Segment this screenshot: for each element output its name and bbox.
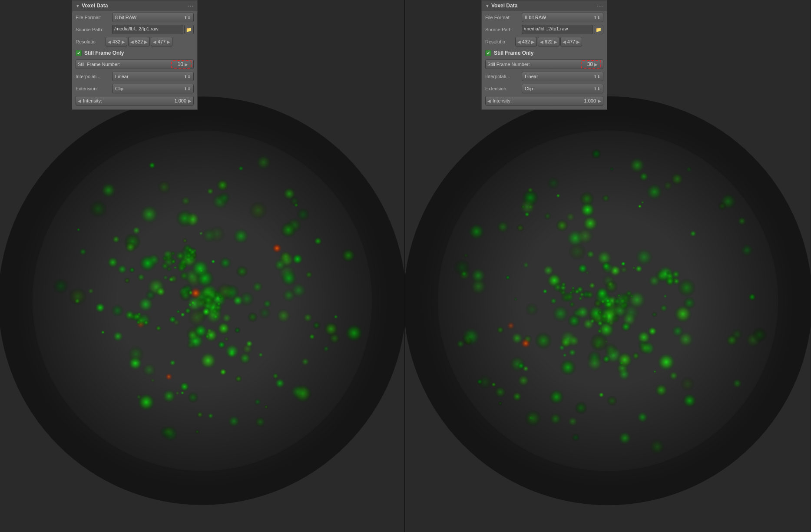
- folder-browse-button[interactable]: 📁: [184, 25, 194, 34]
- resolution-z-value: 477: [156, 39, 167, 44]
- left-panel-header: ▼ Voxel Data ···: [72, 0, 197, 11]
- right-voxel-panel: ▼ Voxel Data ··· File Format: 8 bit RAW …: [481, 0, 607, 110]
- intensity-increment-icon: ▶: [188, 99, 192, 103]
- collapse-icon[interactable]: ▼: [76, 3, 80, 8]
- resolution-y-value: 622: [134, 39, 144, 44]
- source-path-row: Source Path: /media/lbl...2/tp1.raw 📁: [72, 23, 197, 36]
- right-panel-header-left: ▼ Voxel Data: [485, 3, 517, 9]
- still-frame-number-row: Still Frame Number: 10 ▶: [72, 58, 197, 70]
- right-intensity-field[interactable]: ◀ Intensity: 1.000 ▶: [485, 96, 603, 106]
- right-still-frame-value-highlight: 30 ▶: [581, 60, 601, 69]
- right-extension-label: Extension:: [485, 86, 520, 91]
- res-z-decrement-icon: ◀: [153, 40, 156, 44]
- left-panel-title: Voxel Data: [82, 3, 108, 9]
- resolution-x-value: 432: [111, 39, 122, 44]
- still-frame-value-highlight: 10 ▶: [171, 60, 192, 69]
- right-still-frame-arrow-icon: ▶: [594, 62, 598, 67]
- right-still-frame-number-field[interactable]: Still Frame Number: 30 ▶: [485, 59, 603, 69]
- file-format-dropdown[interactable]: 8 bit RAW ⬆⬇: [112, 13, 194, 22]
- right-interpolation-label: Interpolati...: [485, 74, 520, 79]
- intensity-label-text: Intensity:: [83, 98, 174, 103]
- still-frame-number-label-text: Still Frame Number:: [78, 62, 171, 67]
- right-res-z-decrement-icon: ◀: [563, 40, 566, 44]
- right-extension-dropdown[interactable]: Clip ⬆⬇: [522, 84, 603, 93]
- right-folder-browse-button[interactable]: 📁: [594, 25, 603, 34]
- file-format-value: 8 bit RAW: [115, 15, 136, 20]
- right-resolution-row: Resolutio ◀ 432 ▶ ◀ 622 ▶ ◀ 477 ▶: [482, 36, 607, 48]
- right-extension-row: Extension: Clip ⬆⬇: [482, 83, 607, 95]
- right-resolution-y-field[interactable]: ◀ 622 ▶: [538, 37, 559, 46]
- right-panel-title: Voxel Data: [491, 3, 517, 9]
- right-intensity-decrement-icon: ◀: [487, 99, 491, 103]
- file-format-row: File Format: 8 bit RAW ⬆⬇: [72, 11, 197, 23]
- right-source-path-input[interactable]: /media/lbl...2/tp1.raw: [522, 25, 593, 34]
- right-resolution-x-value: 432: [521, 39, 531, 44]
- right-extension-value: Clip: [525, 86, 533, 91]
- source-path-label: Source Path:: [76, 27, 110, 32]
- interpolation-value: Linear: [115, 74, 129, 79]
- extension-label: Extension:: [76, 86, 110, 91]
- right-still-frame-only-checkbox[interactable]: ✓: [485, 50, 491, 56]
- right-panel-options-icon[interactable]: ···: [597, 2, 603, 9]
- right-resolution-y-value: 622: [543, 39, 554, 44]
- right-resolution-x-field[interactable]: ◀ 432 ▶: [515, 37, 537, 46]
- source-path-container: /media/lbl...2/tp1.raw 📁: [112, 25, 194, 34]
- right-still-frame-number-value: 30: [584, 61, 593, 67]
- res-x-increment-icon: ▶: [122, 40, 125, 44]
- resolution-container: ◀ 432 ▶ ◀ 622 ▶ ◀ 477 ▶: [106, 37, 194, 46]
- res-y-decrement-icon: ◀: [130, 40, 134, 44]
- right-file-format-value: 8 bit RAW: [525, 15, 546, 20]
- right-interpolation-dropdown[interactable]: Linear ⬆⬇: [522, 72, 603, 81]
- still-frame-only-row: ✓ Still Frame Only: [72, 48, 197, 58]
- right-still-frame-number-row: Still Frame Number: 30 ▶: [482, 58, 607, 70]
- right-res-y-decrement-icon: ◀: [540, 40, 543, 44]
- right-resolution-z-field[interactable]: ◀ 477 ▶: [560, 37, 582, 46]
- right-file-format-dropdown[interactable]: 8 bit RAW ⬆⬇: [522, 13, 603, 22]
- left-voxel-panel: ▼ Voxel Data ··· File Format: 8 bit RAW …: [72, 0, 198, 110]
- resolution-row: Resolutio ◀ 432 ▶ ◀ 622 ▶ ◀ 477 ▶: [72, 36, 197, 48]
- interpolation-dropdown[interactable]: Linear ⬆⬇: [112, 72, 194, 81]
- right-intensity-increment-icon: ▶: [598, 99, 601, 103]
- right-res-x-increment-icon: ▶: [531, 40, 535, 44]
- right-dropdown-arrow-icon: ⬆⬇: [593, 15, 600, 20]
- right-collapse-icon[interactable]: ▼: [485, 3, 490, 8]
- right-intensity-label-text: Intensity:: [493, 98, 584, 103]
- dropdown-arrow-icon: ⬆⬇: [184, 15, 191, 20]
- extension-value: Clip: [115, 86, 123, 91]
- still-frame-number-value: 10: [175, 61, 183, 67]
- ext-dropdown-arrow-icon: ⬆⬇: [184, 86, 191, 91]
- resolution-label: Resolutio: [76, 39, 104, 44]
- left-viewport[interactable]: [0, 0, 404, 532]
- resolution-y-field[interactable]: ◀ 622 ▶: [128, 37, 150, 46]
- right-interpolation-row: Interpolati... Linear ⬆⬇: [482, 70, 607, 83]
- left-panel: ▼ Voxel Data ··· File Format: 8 bit RAW …: [0, 0, 405, 532]
- intensity-field[interactable]: ◀ Intensity: 1.000 ▶: [76, 96, 194, 106]
- right-intensity-row: ◀ Intensity: 1.000 ▶: [482, 95, 607, 107]
- right-res-x-decrement-icon: ◀: [517, 40, 521, 44]
- right-panel-header: ▼ Voxel Data ···: [482, 0, 607, 11]
- right-viewport[interactable]: [405, 0, 811, 532]
- file-format-label: File Format:: [76, 15, 110, 20]
- right-source-path-container: /media/lbl...2/tp1.raw 📁: [522, 25, 603, 34]
- still-frame-only-checkbox[interactable]: ✓: [76, 50, 82, 56]
- extension-dropdown[interactable]: Clip ⬆⬇: [112, 84, 194, 93]
- right-interpolation-value: Linear: [525, 74, 538, 79]
- resolution-x-field[interactable]: ◀ 432 ▶: [106, 37, 127, 46]
- source-path-input[interactable]: /media/lbl...2/tp1.raw: [112, 25, 183, 34]
- right-source-path-label: Source Path:: [485, 27, 520, 32]
- res-z-increment-icon: ▶: [167, 40, 170, 44]
- intensity-value: 1.000: [174, 98, 186, 103]
- panel-options-icon[interactable]: ···: [187, 2, 194, 9]
- intensity-row: ◀ Intensity: 1.000 ▶: [72, 95, 197, 107]
- still-frame-number-field[interactable]: Still Frame Number: 10 ▶: [76, 59, 194, 69]
- extension-row: Extension: Clip ⬆⬇: [72, 83, 197, 95]
- right-panel: ▼ Voxel Data ··· File Format: 8 bit RAW …: [405, 0, 811, 532]
- interpolation-row: Interpolati... Linear ⬆⬇: [72, 70, 197, 83]
- right-intensity-value: 1.000: [584, 98, 596, 103]
- right-checkmark-icon: ✓: [487, 51, 490, 56]
- interp-dropdown-arrow-icon: ⬆⬇: [184, 74, 191, 79]
- resolution-z-field[interactable]: ◀ 477 ▶: [151, 37, 172, 46]
- right-still-frame-only-label: Still Frame Only: [494, 50, 533, 56]
- right-res-z-increment-icon: ▶: [576, 40, 580, 44]
- left-panel-header-left: ▼ Voxel Data: [76, 3, 108, 9]
